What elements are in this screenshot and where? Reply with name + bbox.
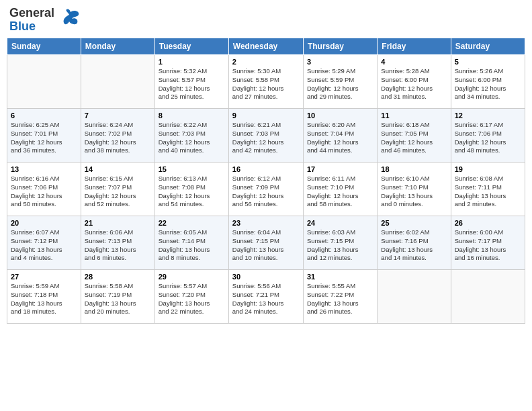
day-number: 23 bbox=[232, 219, 300, 227]
weekday-header-wednesday: Wednesday bbox=[228, 38, 303, 55]
calendar-cell: 18Sunrise: 6:10 AM Sunset: 7:10 PM Dayli… bbox=[378, 163, 451, 216]
day-number: 21 bbox=[85, 219, 151, 227]
calendar-cell: 5Sunrise: 5:26 AM Sunset: 6:00 PM Daylig… bbox=[451, 55, 525, 109]
calendar-cell: 17Sunrise: 6:11 AM Sunset: 7:10 PM Dayli… bbox=[303, 163, 377, 216]
calendar-week-5: 27Sunrise: 5:59 AM Sunset: 7:18 PM Dayli… bbox=[7, 270, 525, 324]
day-info: Sunrise: 5:56 AM Sunset: 7:21 PM Dayligh… bbox=[232, 282, 300, 316]
day-number: 10 bbox=[307, 111, 373, 120]
day-number: 18 bbox=[381, 165, 447, 173]
calendar-cell: 2Sunrise: 5:30 AM Sunset: 5:58 PM Daylig… bbox=[228, 55, 303, 109]
day-info: Sunrise: 6:24 AM Sunset: 7:02 PM Dayligh… bbox=[85, 121, 151, 155]
day-info: Sunrise: 6:11 AM Sunset: 7:10 PM Dayligh… bbox=[307, 175, 373, 209]
day-info: Sunrise: 6:18 AM Sunset: 7:05 PM Dayligh… bbox=[381, 121, 447, 155]
day-number: 5 bbox=[455, 58, 521, 66]
calendar-cell: 23Sunrise: 6:04 AM Sunset: 7:15 PM Dayli… bbox=[228, 216, 303, 270]
day-info: Sunrise: 6:10 AM Sunset: 7:10 PM Dayligh… bbox=[381, 175, 447, 209]
day-info: Sunrise: 6:13 AM Sunset: 7:08 PM Dayligh… bbox=[159, 175, 225, 209]
day-info: Sunrise: 6:00 AM Sunset: 7:17 PM Dayligh… bbox=[455, 228, 521, 263]
logo-general: General bbox=[9, 6, 54, 19]
day-info: Sunrise: 5:30 AM Sunset: 5:58 PM Dayligh… bbox=[232, 67, 300, 101]
calendar-cell: 21Sunrise: 6:06 AM Sunset: 7:13 PM Dayli… bbox=[81, 216, 154, 270]
day-info: Sunrise: 6:17 AM Sunset: 7:06 PM Dayligh… bbox=[455, 121, 521, 155]
day-number: 14 bbox=[85, 165, 151, 173]
day-info: Sunrise: 6:07 AM Sunset: 7:12 PM Dayligh… bbox=[11, 228, 77, 263]
calendar-cell: 1Sunrise: 5:32 AM Sunset: 5:57 PM Daylig… bbox=[154, 55, 228, 109]
calendar-week-3: 13Sunrise: 6:16 AM Sunset: 7:06 PM Dayli… bbox=[7, 163, 525, 216]
calendar-cell bbox=[7, 55, 81, 109]
day-info: Sunrise: 5:28 AM Sunset: 6:00 PM Dayligh… bbox=[381, 67, 447, 101]
day-number: 1 bbox=[159, 58, 225, 66]
day-info: Sunrise: 6:02 AM Sunset: 7:16 PM Dayligh… bbox=[381, 228, 447, 263]
calendar-header-row: SundayMondayTuesdayWednesdayThursdayFrid… bbox=[7, 38, 525, 55]
day-number: 8 bbox=[159, 111, 225, 120]
day-info: Sunrise: 5:32 AM Sunset: 5:57 PM Dayligh… bbox=[159, 67, 225, 101]
calendar-cell: 6Sunrise: 6:25 AM Sunset: 7:01 PM Daylig… bbox=[7, 109, 81, 163]
calendar-cell bbox=[81, 55, 154, 109]
day-number: 9 bbox=[232, 111, 300, 120]
weekday-header-saturday: Saturday bbox=[451, 38, 525, 55]
day-number: 16 bbox=[232, 165, 300, 173]
calendar-cell: 4Sunrise: 5:28 AM Sunset: 6:00 PM Daylig… bbox=[378, 55, 451, 109]
day-number: 24 bbox=[307, 219, 373, 227]
calendar-cell: 15Sunrise: 6:13 AM Sunset: 7:08 PM Dayli… bbox=[154, 163, 228, 216]
day-info: Sunrise: 5:55 AM Sunset: 7:22 PM Dayligh… bbox=[307, 282, 373, 316]
calendar-cell: 13Sunrise: 6:16 AM Sunset: 7:06 PM Dayli… bbox=[7, 163, 81, 216]
day-info: Sunrise: 5:29 AM Sunset: 5:59 PM Dayligh… bbox=[307, 67, 373, 101]
calendar-cell: 8Sunrise: 6:22 AM Sunset: 7:03 PM Daylig… bbox=[154, 109, 228, 163]
calendar-cell: 7Sunrise: 6:24 AM Sunset: 7:02 PM Daylig… bbox=[81, 109, 154, 163]
day-info: Sunrise: 6:08 AM Sunset: 7:11 PM Dayligh… bbox=[455, 175, 521, 209]
calendar-week-2: 6Sunrise: 6:25 AM Sunset: 7:01 PM Daylig… bbox=[7, 109, 525, 163]
day-info: Sunrise: 5:59 AM Sunset: 7:18 PM Dayligh… bbox=[11, 282, 77, 316]
calendar-cell: 26Sunrise: 6:00 AM Sunset: 7:17 PM Dayli… bbox=[451, 216, 525, 270]
weekday-header-tuesday: Tuesday bbox=[154, 38, 228, 55]
calendar-cell: 9Sunrise: 6:21 AM Sunset: 7:03 PM Daylig… bbox=[228, 109, 303, 163]
calendar-week-1: 1Sunrise: 5:32 AM Sunset: 5:57 PM Daylig… bbox=[7, 55, 525, 109]
weekday-header-monday: Monday bbox=[81, 38, 154, 55]
day-info: Sunrise: 6:16 AM Sunset: 7:06 PM Dayligh… bbox=[11, 175, 77, 209]
calendar-cell: 29Sunrise: 5:57 AM Sunset: 7:20 PM Dayli… bbox=[154, 270, 228, 324]
day-number: 19 bbox=[455, 165, 521, 173]
calendar-cell bbox=[451, 270, 525, 324]
day-number: 4 bbox=[381, 58, 447, 66]
day-number: 29 bbox=[159, 273, 225, 281]
day-number: 28 bbox=[85, 273, 151, 281]
logo-blue: Blue bbox=[9, 19, 36, 33]
day-number: 20 bbox=[11, 219, 77, 227]
logo: General Blue bbox=[9, 7, 83, 34]
day-number: 11 bbox=[381, 111, 447, 120]
day-info: Sunrise: 5:58 AM Sunset: 7:19 PM Dayligh… bbox=[85, 282, 151, 316]
calendar-cell: 22Sunrise: 6:05 AM Sunset: 7:14 PM Dayli… bbox=[154, 216, 228, 270]
calendar-cell: 27Sunrise: 5:59 AM Sunset: 7:18 PM Dayli… bbox=[7, 270, 81, 324]
day-info: Sunrise: 5:26 AM Sunset: 6:00 PM Dayligh… bbox=[455, 67, 521, 101]
calendar-cell: 3Sunrise: 5:29 AM Sunset: 5:59 PM Daylig… bbox=[303, 55, 377, 109]
day-number: 27 bbox=[11, 273, 77, 281]
calendar-cell bbox=[378, 270, 451, 324]
day-number: 25 bbox=[381, 219, 447, 227]
calendar-cell: 16Sunrise: 6:12 AM Sunset: 7:09 PM Dayli… bbox=[228, 163, 303, 216]
day-number: 26 bbox=[455, 219, 521, 227]
page-header: General Blue bbox=[7, 7, 525, 34]
calendar-table: SundayMondayTuesdayWednesdayThursdayFrid… bbox=[7, 38, 525, 324]
day-number: 31 bbox=[307, 273, 373, 281]
day-info: Sunrise: 6:21 AM Sunset: 7:03 PM Dayligh… bbox=[232, 121, 300, 155]
calendar-cell: 20Sunrise: 6:07 AM Sunset: 7:12 PM Dayli… bbox=[7, 216, 81, 270]
weekday-header-sunday: Sunday bbox=[7, 38, 81, 55]
calendar-cell: 12Sunrise: 6:17 AM Sunset: 7:06 PM Dayli… bbox=[451, 109, 525, 163]
calendar-cell: 10Sunrise: 6:20 AM Sunset: 7:04 PM Dayli… bbox=[303, 109, 377, 163]
day-info: Sunrise: 5:57 AM Sunset: 7:20 PM Dayligh… bbox=[159, 282, 225, 316]
day-number: 22 bbox=[159, 219, 225, 227]
day-info: Sunrise: 6:03 AM Sunset: 7:15 PM Dayligh… bbox=[307, 228, 373, 263]
calendar-cell: 24Sunrise: 6:03 AM Sunset: 7:15 PM Dayli… bbox=[303, 216, 377, 270]
day-number: 2 bbox=[232, 58, 300, 66]
day-number: 17 bbox=[307, 165, 373, 173]
day-number: 12 bbox=[455, 111, 521, 120]
calendar-cell: 19Sunrise: 6:08 AM Sunset: 7:11 PM Dayli… bbox=[451, 163, 525, 216]
day-info: Sunrise: 6:06 AM Sunset: 7:13 PM Dayligh… bbox=[85, 228, 151, 263]
calendar-cell: 30Sunrise: 5:56 AM Sunset: 7:21 PM Dayli… bbox=[228, 270, 303, 324]
day-info: Sunrise: 6:04 AM Sunset: 7:15 PM Dayligh… bbox=[232, 228, 300, 263]
calendar-body: 1Sunrise: 5:32 AM Sunset: 5:57 PM Daylig… bbox=[7, 55, 525, 324]
day-number: 7 bbox=[85, 111, 151, 120]
calendar-cell: 31Sunrise: 5:55 AM Sunset: 7:22 PM Dayli… bbox=[303, 270, 377, 324]
day-number: 30 bbox=[232, 273, 300, 281]
day-info: Sunrise: 6:15 AM Sunset: 7:07 PM Dayligh… bbox=[85, 175, 151, 209]
